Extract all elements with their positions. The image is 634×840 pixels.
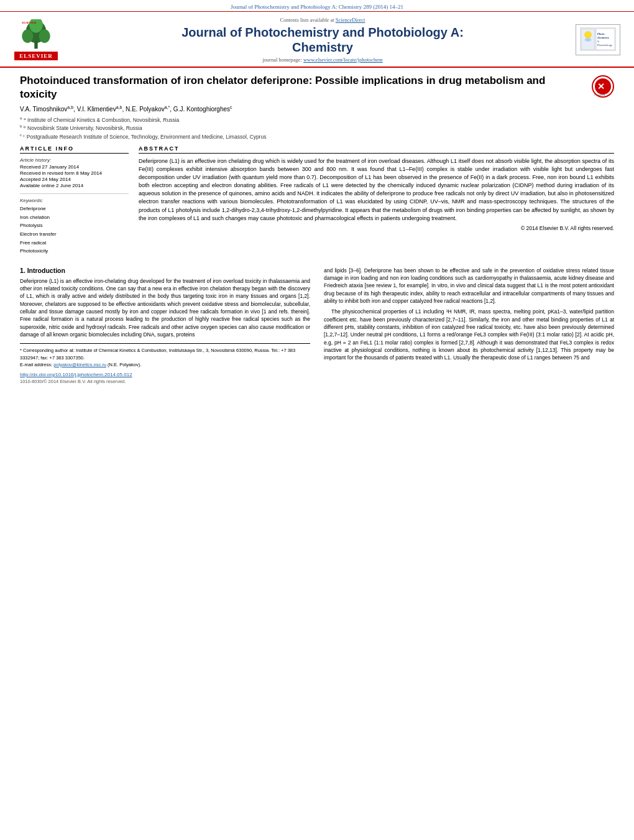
footnote-email-link[interactable]: polyakov@kinetics.nsc.ru — [53, 362, 106, 367]
intro-para1: Deferiprone (L1) is an effective iron-ch… — [20, 277, 310, 339]
article-title-row: Photoinduced transformation of iron chel… — [20, 74, 614, 101]
abstract-copyright: © 2014 Elsevier B.V. All rights reserved… — [139, 225, 614, 231]
svg-text:CrossMark: CrossMark — [594, 93, 605, 96]
abstract-text: Deferiprone (L1) is an effective iron ch… — [139, 157, 614, 222]
abstract-col: ABSTRACT Deferiprone (L1) is an effectiv… — [139, 145, 614, 261]
journal-main-title: Journal of Photochemistry and Photobiolo… — [72, 25, 573, 55]
footnote-email: E-mail address: polyakov@kinetics.nsc.ru… — [20, 361, 310, 368]
elsevier-tree-icon: ELSEVIER — [17, 19, 55, 50]
abstract-header: ABSTRACT — [139, 145, 614, 154]
homepage-url[interactable]: www.elsevier.com/locate/jphotochem — [303, 57, 383, 63]
article-two-col: ARTICLE INFO Article history: Received 2… — [20, 145, 614, 261]
doi-link[interactable]: http://dx.doi.org/10.1016/j.jphotochem.2… — [20, 372, 132, 377]
available-date: Available online 2 June 2014 — [20, 183, 129, 188]
elsevier-label-text: ELSEVIER — [14, 52, 58, 60]
received-date: Received 27 January 2014 — [20, 164, 129, 170]
kw-photolysis: Photolysis — [20, 221, 129, 230]
svg-text:ELSEVIER: ELSEVIER — [22, 21, 37, 24]
elsevier-logo: ELSEVIER ELSEVIER — [11, 19, 61, 60]
doi-line: http://dx.doi.org/10.1016/j.jphotochem.2… — [20, 372, 310, 377]
keywords-label: Keywords: — [20, 198, 129, 203]
body-two-col: 1. Introduction Deferiprone (L1) is an e… — [20, 267, 614, 384]
authors: V.A. Timoshnikova,b, V.I. Klimentieva,b,… — [20, 105, 614, 113]
svg-text:Photobiology: Photobiology — [597, 44, 613, 47]
article-info-header: ARTICLE INFO — [20, 145, 129, 154]
journal-logo-box: Photo- chemistry & Photobiology — [576, 24, 620, 55]
kw-electron-transfer: Electron transfer — [20, 230, 129, 239]
journal-logo-right: Photo- chemistry & Photobiology — [573, 24, 623, 55]
right-para1: and lipids [3–6]. Deferiprone has been s… — [324, 267, 614, 305]
article-info-col: ARTICLE INFO Article history: Received 2… — [20, 145, 129, 261]
article-history-block: Article history: Received 27 January 201… — [20, 157, 129, 188]
crossmark-icon: ✕ CrossMark — [592, 75, 614, 98]
page-wrapper: Journal of Photochemistry and Photobiolo… — [0, 0, 634, 384]
footnote-area: * Corresponding author at: Institute of … — [20, 343, 310, 368]
affil-a: a ᵃ Institute of Chemical Kinetics & Com… — [20, 116, 614, 124]
affil-b: b ᵇ Novosibirsk State University, Novosi… — [20, 124, 614, 132]
intro-section-title: 1. Introduction — [20, 267, 310, 274]
revised-date: Received in revised form 8 May 2014 — [20, 170, 129, 176]
body-section: 1. Introduction Deferiprone (L1) is an e… — [0, 261, 634, 384]
journal-cover-icon: Photo- chemistry & Photobiology — [580, 27, 616, 51]
svg-point-3 — [39, 29, 50, 43]
svg-text:✕: ✕ — [597, 82, 605, 91]
issn-line: 1010-6030/© 2014 Elsevier B.V. All right… — [20, 379, 310, 384]
svg-point-2 — [22, 29, 33, 43]
body-right-text: and lipids [3–6]. Deferiprone has been s… — [324, 267, 614, 362]
body-left-col: 1. Introduction Deferiprone (L1) is an e… — [20, 267, 310, 384]
top-citation: Journal of Photochemistry and Photobiolo… — [231, 4, 403, 10]
right-para2: The physicochemical properties of L1 inc… — [324, 308, 614, 361]
kw-free-radical: Free radical — [20, 239, 129, 247]
intro-body-text: Deferiprone (L1) is an effective iron-ch… — [20, 277, 310, 339]
journal-homepage: journal homepage: www.elsevier.com/locat… — [72, 57, 573, 63]
info-divider — [20, 193, 129, 194]
contents-line: Contents lists available at ScienceDirec… — [72, 17, 573, 23]
svg-text:Photo-: Photo- — [597, 32, 605, 35]
body-right-col: and lipids [3–6]. Deferiprone has been s… — [324, 267, 614, 384]
journal-header: ELSEVIER ELSEVIER Contents lists availab… — [0, 12, 634, 68]
journal-top-bar: Journal of Photochemistry and Photobiolo… — [0, 0, 634, 12]
kw-deferiprone: Deferiprone — [20, 205, 129, 213]
kw-iron-chelation: Iron chelation — [20, 213, 129, 222]
affiliations: a ᵃ Institute of Chemical Kinetics & Com… — [20, 116, 614, 141]
affil-c: c ᶜ Postgraduate Research Institute of S… — [20, 132, 614, 141]
accepted-date: Accepted 24 May 2014 — [20, 177, 129, 182]
keywords-block: Keywords: Deferiprone Iron chelation Pho… — [20, 198, 129, 256]
footnote-star: * Corresponding author at: Institute of … — [20, 347, 310, 361]
journal-title-center: Contents lists available at ScienceDirec… — [72, 17, 573, 63]
svg-text:chemistry: chemistry — [597, 36, 610, 39]
svg-point-9 — [584, 31, 592, 39]
kw-phototoxicity: Phototoxicity — [20, 247, 129, 256]
article-section: Photoinduced transformation of iron chel… — [0, 68, 634, 261]
keywords-list: Deferiprone Iron chelation Photolysis El… — [20, 205, 129, 256]
sciencedirect-link[interactable]: ScienceDirect — [336, 17, 365, 23]
history-label: Article history: — [20, 157, 129, 163]
crossmark-logo: ✕ CrossMark — [592, 75, 614, 98]
article-main-title: Photoinduced transformation of iron chel… — [20, 74, 584, 101]
